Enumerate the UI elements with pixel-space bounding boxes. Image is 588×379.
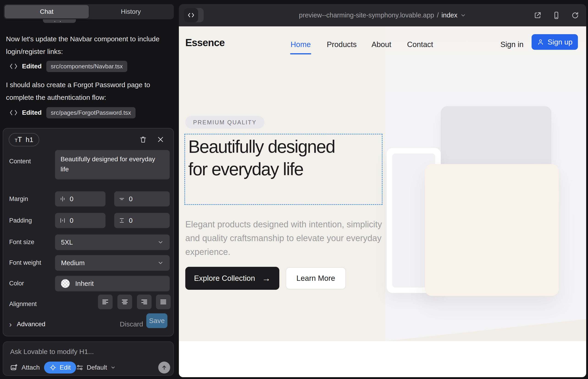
content-input[interactable]: Beautifully designed for everyday life <box>55 150 170 179</box>
content-label: Content <box>9 158 31 165</box>
font-size-label: Font size <box>9 238 34 246</box>
font-weight-select[interactable]: Medium <box>55 255 170 271</box>
padding-horizontal-icon <box>59 217 66 224</box>
scrolled-chip-partial: ·· <box>43 19 76 23</box>
website-viewport: Essence Home Products About Contact Sign… <box>179 26 586 377</box>
refresh-icon[interactable] <box>571 11 579 19</box>
chat-sidebar: Chat History ·· Now let's update the Nav… <box>0 0 179 379</box>
nav-link-about[interactable]: About <box>371 40 391 49</box>
hero-section: Essence Home Products About Contact Sign… <box>179 26 586 341</box>
hero-graphic-panel <box>385 26 586 341</box>
align-left-button[interactable] <box>98 295 113 309</box>
margin-x-value: 0 <box>70 195 73 203</box>
padding-y-input[interactable]: 0 <box>114 213 170 228</box>
code-icon <box>10 110 17 116</box>
url-page: index <box>441 12 457 19</box>
hero-paragraph: Elegant products designed with intention… <box>185 218 383 259</box>
margin-label: Margin <box>9 195 28 203</box>
mode-label: Default <box>87 364 107 371</box>
chat-composer[interactable]: Ask Lovable to modify H1... Attach Edit … <box>3 341 174 376</box>
chevron-down-icon <box>157 260 164 266</box>
send-button[interactable] <box>158 362 170 374</box>
element-tag: h1 <box>26 136 33 144</box>
edit-mode-button[interactable]: Edit <box>44 362 76 374</box>
align-justify-button[interactable] <box>156 295 171 309</box>
crosshair-icon <box>49 364 56 371</box>
hero-badge: PREMIUM QUALITY <box>185 116 264 129</box>
align-center-button[interactable] <box>117 295 132 309</box>
composer-placeholder[interactable]: Ask Lovable to modify H1... <box>10 348 94 356</box>
color-label: Color <box>9 280 24 287</box>
element-selection-outline[interactable]: Beautifully designed for everyday life <box>184 134 383 205</box>
element-editor-panel: TT h1 Content Beautifully designed for e… <box>3 128 174 336</box>
edited-file-row[interactable]: Edited src/components/Navbar.tsx <box>10 60 127 73</box>
tab-chat[interactable]: Chat <box>5 5 89 18</box>
sliders-icon <box>76 364 83 371</box>
alignment-label: Alignment <box>9 300 37 308</box>
decorative-card-cream <box>425 164 559 296</box>
open-external-icon[interactable] <box>533 11 542 19</box>
align-right-button[interactable] <box>137 295 152 309</box>
code-preview-toggle[interactable] <box>184 8 204 22</box>
edited-file-row[interactable]: Edited src/pages/ForgotPassword.tsx <box>10 107 136 119</box>
attach-image-icon <box>10 364 18 371</box>
arrow-right-icon: → <box>262 274 271 283</box>
color-value: Inherit <box>75 280 94 287</box>
site-logo[interactable]: Essence <box>185 37 225 48</box>
explore-collection-button[interactable]: Explore Collection → <box>185 267 279 290</box>
selected-element-pill: TT h1 <box>9 133 39 146</box>
color-swatch <box>61 279 70 288</box>
code-view-icon[interactable] <box>184 8 198 22</box>
padding-vertical-icon <box>118 217 125 224</box>
preview-panel: preview--charming-site-symphony.lovable.… <box>179 4 586 377</box>
sign-up-button[interactable]: Sign up <box>532 34 578 50</box>
margin-y-input[interactable]: 0 <box>114 191 170 206</box>
assistant-message: Now let's update the Navbar component to… <box>6 32 170 58</box>
explore-label: Explore Collection <box>194 274 255 283</box>
edited-label: Edited <box>22 109 42 116</box>
url-separator: / <box>437 12 439 19</box>
chevron-down-icon <box>110 365 116 370</box>
advanced-label: Advanced <box>17 320 46 328</box>
mobile-view-icon[interactable] <box>552 11 560 19</box>
font-size-value: 5XL <box>61 238 73 246</box>
margin-x-input[interactable]: 0 <box>55 191 106 206</box>
discard-button[interactable]: Discard <box>120 317 143 331</box>
code-icon <box>10 63 17 69</box>
padding-x-input[interactable]: 0 <box>55 213 106 228</box>
advanced-toggle[interactable]: › Advanced <box>9 317 46 331</box>
font-size-select[interactable]: 5XL <box>55 235 170 250</box>
attach-label: Attach <box>22 364 40 371</box>
learn-more-button[interactable]: Learn More <box>286 267 346 289</box>
chevron-down-icon <box>460 12 466 18</box>
sidebar-tab-bar: Chat History <box>4 4 174 19</box>
hero-heading[interactable]: Beautifully designed for everyday life <box>188 135 358 180</box>
toolbar-actions <box>533 4 579 26</box>
file-chip[interactable]: src/pages/ForgotPassword.tsx <box>46 107 136 118</box>
margin-y-value: 0 <box>129 195 133 203</box>
nav-link-contact[interactable]: Contact <box>407 40 433 49</box>
nav-link-home[interactable]: Home <box>291 40 311 49</box>
attach-button[interactable]: Attach <box>10 362 40 374</box>
padding-y-value: 0 <box>129 217 133 224</box>
preview-toolbar: preview--charming-site-symphony.lovable.… <box>179 4 586 26</box>
save-button[interactable]: Save <box>146 313 167 328</box>
color-select[interactable]: Inherit <box>55 276 170 291</box>
font-weight-label: Font weight <box>9 259 41 266</box>
font-weight-value: Medium <box>61 259 85 267</box>
close-icon[interactable] <box>156 135 165 144</box>
model-selector[interactable]: Default <box>76 362 116 374</box>
nav-link-products[interactable]: Products <box>327 40 356 49</box>
type-icon: TT <box>15 136 22 144</box>
assistant-message: I should also create a Forgot Password p… <box>6 79 170 104</box>
tab-history[interactable]: History <box>89 5 173 18</box>
preview-url[interactable]: preview--charming-site-symphony.lovable.… <box>299 4 466 26</box>
margin-horizontal-icon <box>59 195 66 202</box>
edit-label: Edit <box>60 364 71 371</box>
padding-x-value: 0 <box>70 217 73 224</box>
user-icon <box>537 39 544 46</box>
sign-in-link[interactable]: Sign in <box>500 40 524 49</box>
ellipsis-dots: ·· <box>43 19 76 23</box>
delete-element-button[interactable] <box>139 135 148 144</box>
file-chip[interactable]: src/components/Navbar.tsx <box>46 61 127 72</box>
